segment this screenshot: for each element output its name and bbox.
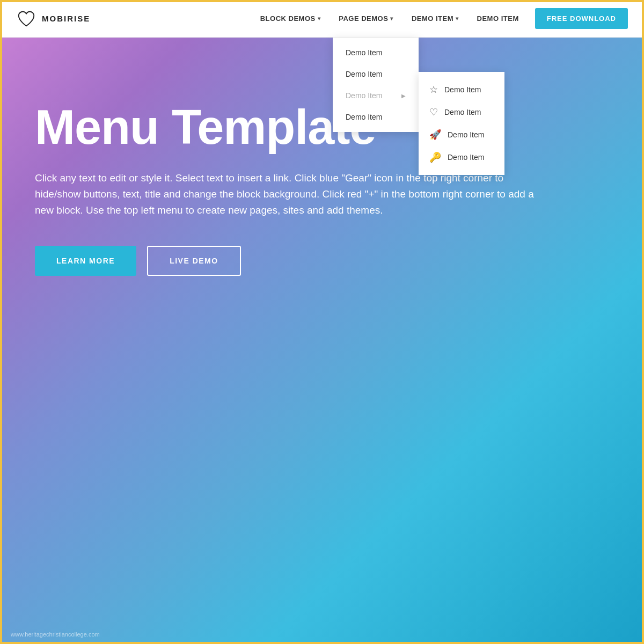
- dropdown-sub-item-4[interactable]: 🔑 Demo Item: [419, 146, 504, 169]
- brand[interactable]: MOBIRISE: [16, 9, 90, 29]
- dropdown-item-4[interactable]: Demo Item: [333, 106, 419, 128]
- dropdown-primary: Demo Item Demo Item Demo Item ▶ Demo Ite…: [333, 38, 419, 132]
- dropdown-item-2[interactable]: Demo Item: [333, 63, 419, 85]
- sub-arrow-icon: ▶: [401, 93, 406, 99]
- chevron-down-icon: ▾: [390, 16, 393, 21]
- dropdown-sub-item-1[interactable]: ☆ Demo Item: [419, 78, 504, 101]
- nav-items: BLOCK DEMOS ▾ PAGE DEMOS ▾ DEMO ITEM ▾ D…: [253, 8, 628, 29]
- gold-border-left: [0, 0, 2, 644]
- chevron-down-icon: ▾: [318, 16, 321, 21]
- nav-item-block-demos[interactable]: BLOCK DEMOS ▾: [253, 10, 328, 27]
- hero-title: Menu Template: [35, 102, 609, 153]
- dropdown-secondary: ☆ Demo Item ♡ Demo Item 🚀 Demo Item 🔑 De…: [419, 72, 504, 175]
- free-download-button[interactable]: FREE DOWNLOAD: [535, 8, 628, 29]
- dropdown-sub-item-2[interactable]: ♡ Demo Item: [419, 101, 504, 123]
- heart-icon: ♡: [429, 106, 438, 118]
- live-demo-button[interactable]: LIVE DEMO: [147, 246, 241, 276]
- watermark: www.heritagechristiancollege.com: [11, 631, 100, 638]
- nav-item-demo-item-2[interactable]: DEMO ITEM: [470, 10, 526, 27]
- dropdown-sub-item-3[interactable]: 🚀 Demo Item: [419, 123, 504, 146]
- brand-name: MOBIRISE: [42, 14, 90, 23]
- hero-section: Menu Template Click any text to edit or …: [0, 38, 644, 644]
- hero-description: Click any text to edit or style it. Sele…: [35, 170, 550, 219]
- heart-icon: [16, 9, 36, 29]
- star-icon: ☆: [429, 84, 438, 96]
- rocket-icon: 🚀: [429, 129, 441, 141]
- hero-buttons: LEARN MORE LIVE DEMO: [35, 246, 609, 276]
- gold-border-right: [642, 0, 644, 644]
- gold-border-bottom: [0, 642, 644, 644]
- chevron-down-icon: ▾: [456, 16, 459, 21]
- navbar: MOBIRISE BLOCK DEMOS ▾ PAGE DEMOS ▾ DEMO…: [0, 0, 644, 38]
- nav-item-demo-item-1[interactable]: DEMO ITEM ▾: [404, 10, 466, 27]
- learn-more-button[interactable]: LEARN MORE: [35, 246, 136, 276]
- dropdown-item-3[interactable]: Demo Item ▶: [333, 85, 419, 106]
- nav-item-page-demos[interactable]: PAGE DEMOS ▾: [331, 10, 401, 27]
- dropdown-container: Demo Item Demo Item Demo Item ▶ Demo Ite…: [333, 38, 419, 132]
- key-icon: 🔑: [429, 151, 441, 163]
- gold-border-top: [0, 0, 644, 2]
- dropdown-item-1[interactable]: Demo Item: [333, 42, 419, 63]
